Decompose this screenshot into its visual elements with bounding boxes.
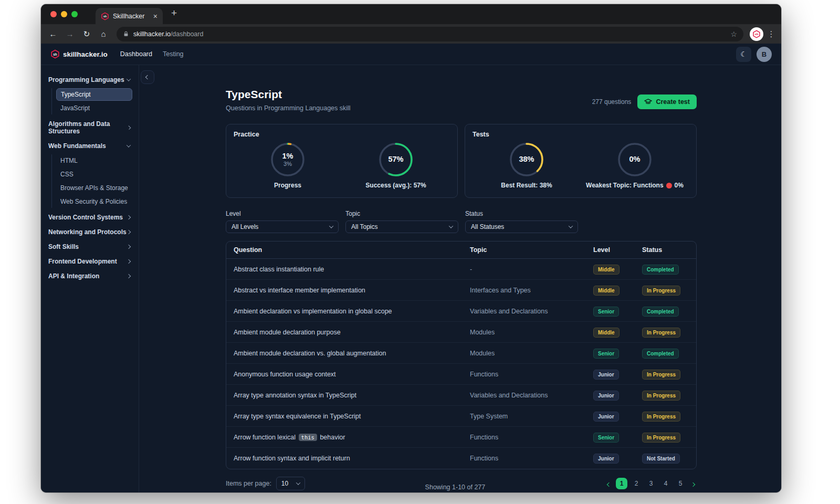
reload-icon[interactable]: ↻ [80, 27, 93, 41]
sidebar-item-web-security[interactable]: Web Security & Policies [56, 195, 132, 208]
tab-close-icon[interactable]: × [153, 12, 158, 20]
sidebar-section-version-control[interactable]: Version Control Systems [48, 210, 132, 225]
chevron-right-icon [127, 245, 131, 249]
page-button-3[interactable]: 3 [645, 478, 657, 489]
chevron-down-icon [329, 224, 333, 228]
best-result-value: 38% [519, 155, 534, 164]
main-area: TypeScript Questions in Programming Lang… [139, 65, 781, 492]
bookmark-star-icon[interactable]: ☆ [730, 30, 737, 38]
status-badge: Not Started [642, 454, 680, 464]
table-row[interactable]: Ambient module declaration purpose Modul… [226, 322, 696, 343]
traffic-lights [41, 4, 87, 24]
sidebar-item-typescript[interactable]: TypeScript [56, 88, 132, 101]
status-cell: Completed [635, 264, 696, 275]
table-row[interactable]: Ambient declaration vs implementation in… [226, 301, 696, 322]
level-cell: Middle [586, 327, 635, 338]
lock-icon [123, 30, 129, 37]
table-row[interactable]: Ambient module declaration vs. global au… [226, 343, 696, 364]
level-badge: Senior [593, 349, 619, 359]
sidebar-section-soft-skills[interactable]: Soft Skills [48, 239, 132, 254]
level-filter: Level All Levels [226, 210, 339, 233]
section-label: Version Control Systems [48, 214, 123, 221]
theme-toggle-moon-icon[interactable]: ☾ [736, 47, 751, 62]
table-row[interactable]: Anonymous function usage context Functio… [226, 364, 696, 385]
page-button-2[interactable]: 2 [631, 478, 642, 489]
level-cell: Senior [586, 432, 635, 443]
new-tab-icon[interactable]: + [171, 4, 177, 24]
best-result-caption: Best Result: 38% [501, 182, 552, 189]
table-row[interactable]: Arrow function lexical this behavior Fun… [226, 427, 696, 448]
prev-page-icon[interactable] [605, 479, 613, 488]
home-icon[interactable]: ⌂ [97, 27, 110, 41]
browser-tab[interactable]: sh Skillhacker × [96, 8, 163, 24]
status-select[interactable]: All Statuses [465, 220, 578, 233]
maximize-window-icon[interactable] [71, 11, 78, 17]
sidebar-section-frontend[interactable]: Frontend Development [48, 254, 132, 269]
sidebar: Programming Languages TypeScript JavaScr… [41, 65, 139, 492]
level-cell: Middle [586, 285, 635, 296]
topic-select[interactable]: All Topics [345, 220, 458, 233]
sidebar-item-javascript[interactable]: JavaScript [56, 102, 132, 114]
col-level: Level [586, 246, 635, 254]
sidebar-collapse-button[interactable] [141, 70, 154, 84]
question-cell: Arrow function lexical this behavior [226, 434, 463, 441]
brand[interactable]: sh skillhacker.io [50, 49, 108, 59]
page-button-4[interactable]: 4 [660, 478, 671, 489]
user-avatar[interactable]: B [757, 47, 772, 62]
browser-tab-strip: sh Skillhacker × + [41, 4, 781, 24]
header-right: ☾ B [736, 47, 772, 62]
items-per-page-value: 10 [281, 480, 288, 487]
brand-hexagon-icon: sh [50, 49, 60, 59]
sidebar-section-programming-languages[interactable]: Programming Languages [48, 72, 132, 87]
level-select[interactable]: All Levels [226, 220, 339, 233]
forward-icon[interactable]: → [63, 27, 77, 41]
weakest-topic-value: 0% [629, 155, 640, 164]
minimize-window-icon[interactable] [61, 11, 67, 17]
sidebar-section-web-fundamentals[interactable]: Web Fundamentals [48, 139, 132, 153]
close-window-icon[interactable] [50, 11, 57, 17]
tab-title: Skillhacker [113, 13, 150, 20]
success-value: 57% [388, 155, 403, 164]
next-page-icon[interactable] [689, 479, 697, 488]
level-badge: Middle [593, 265, 620, 275]
address-bar[interactable]: skillhacker.io/dashboard ☆ [117, 27, 743, 41]
sidebar-section-networking[interactable]: Networking and Protocols [48, 225, 132, 239]
status-cell: Completed [635, 306, 696, 317]
question-cell: Abstract vs interface member implementat… [226, 287, 463, 294]
section-label: Networking and Protocols [48, 228, 127, 236]
section-label: Frontend Development [48, 258, 117, 265]
back-icon[interactable]: ← [46, 27, 60, 41]
page-button-5[interactable]: 5 [675, 478, 686, 489]
nav-testing[interactable]: Testing [163, 50, 184, 58]
browser-menu-icon[interactable]: ⋮ [766, 29, 776, 39]
question-cell: Anonymous function usage context [226, 371, 463, 378]
best-result-ring: 38% Best Result: 38% [472, 142, 581, 189]
level-badge: Junior [593, 454, 619, 464]
table-row[interactable]: Abstract vs interface member implementat… [226, 280, 696, 301]
sidebar-section-algorithms[interactable]: Algorithms and Data Structures [48, 117, 132, 139]
page-button-1[interactable]: 1 [616, 478, 627, 489]
topic-select-value: All Topics [351, 223, 377, 230]
practice-card: Practice [226, 124, 458, 198]
sidebar-item-html[interactable]: HTML [56, 154, 132, 167]
url-path: /dashboard [171, 30, 204, 38]
sidebar-section-api-integration[interactable]: API & Integration [48, 269, 132, 284]
sidebar-item-browser-apis[interactable]: Browser APIs & Storage [56, 182, 132, 194]
table-row[interactable]: Array type annotation syntax in TypeScri… [226, 385, 696, 406]
table-row[interactable]: Abstract class instantiation rule - Midd… [226, 259, 696, 280]
question-text: behavior [320, 434, 345, 441]
section-label: API & Integration [48, 272, 99, 280]
nav-dashboard[interactable]: Dashboard [120, 50, 152, 58]
items-per-page-select[interactable]: 10 [276, 477, 305, 490]
sidebar-item-css[interactable]: CSS [56, 168, 132, 181]
col-question: Question [226, 246, 463, 254]
browser-profile-avatar[interactable]: sh [750, 27, 763, 41]
app-root: sh skillhacker.io Dashboard Testing ☾ B [41, 44, 781, 492]
table-row[interactable]: Array type syntax equivalence in TypeScr… [226, 406, 696, 427]
status-filter: Status All Statuses [465, 210, 578, 233]
app-nav: Dashboard Testing [120, 50, 184, 58]
table-row[interactable]: Arrow function syntax and implicit retur… [226, 448, 696, 469]
topic-cell: Modules [463, 329, 586, 336]
level-badge: Junior [593, 391, 619, 401]
create-test-button[interactable]: Create test [637, 94, 697, 109]
